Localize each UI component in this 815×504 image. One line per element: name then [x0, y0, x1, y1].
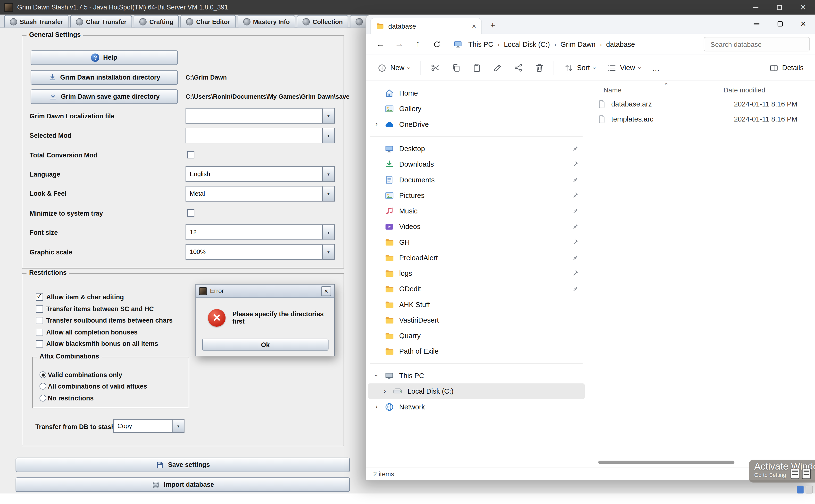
- sidebar-item-onedrive[interactable]: OneDrive: [368, 116, 585, 132]
- tab-collection[interactable]: Collection: [297, 15, 348, 27]
- transfer-db-dropdown[interactable]: Copy: [113, 419, 184, 433]
- more-options-button[interactable]: …: [647, 59, 665, 77]
- transfer-soulbound-checkbox[interactable]: [36, 317, 43, 324]
- blacksmith-bonus-checkbox[interactable]: [36, 340, 43, 348]
- dropdown-arrow-icon[interactable]: [322, 128, 334, 143]
- pin-icon[interactable]: [571, 207, 579, 214]
- search-box[interactable]: [704, 37, 810, 51]
- completion-bonuses-checkbox[interactable]: [36, 329, 43, 336]
- selected-mod-dropdown[interactable]: [186, 128, 335, 143]
- error-dialog-titlebar[interactable]: Error: [196, 285, 334, 298]
- pin-icon[interactable]: [571, 254, 579, 261]
- font-size-dropdown[interactable]: 12: [186, 224, 335, 240]
- share-button[interactable]: [509, 59, 528, 77]
- breadcrumb-grim-dawn[interactable]: Grim Dawn: [557, 38, 599, 50]
- explorer-titlebar[interactable]: database: [366, 15, 815, 34]
- save-settings-button[interactable]: Save settings: [16, 458, 350, 472]
- file-row-database-arz[interactable]: database.arz 2024-01-11 8:16 PM: [587, 97, 815, 112]
- sidebar-item-gh[interactable]: GH: [368, 234, 585, 250]
- dropdown-arrow-icon[interactable]: [172, 420, 184, 432]
- dropdown-arrow-icon[interactable]: [322, 109, 334, 123]
- tab-close-icon[interactable]: [472, 21, 476, 31]
- save-dir-button[interactable]: Grim Dawn save game directory: [31, 89, 178, 104]
- graphic-scale-dropdown[interactable]: 100%: [186, 244, 335, 260]
- close-button[interactable]: [791, 0, 815, 15]
- pin-icon[interactable]: [571, 145, 579, 152]
- sidebar-item-network[interactable]: Network: [368, 399, 585, 415]
- allow-item-editing-checkbox[interactable]: [36, 293, 43, 301]
- pin-icon[interactable]: [571, 269, 579, 277]
- dropdown-arrow-icon[interactable]: [322, 245, 334, 259]
- sidebar-item-downloads[interactable]: Downloads: [368, 156, 585, 172]
- back-button[interactable]: [371, 35, 390, 53]
- breadcrumb-this-pc[interactable]: This PC: [465, 38, 497, 50]
- dropdown-arrow-icon[interactable]: [322, 167, 334, 181]
- sidebar-item-documents[interactable]: Documents: [368, 172, 585, 187]
- sidebar-item-local-disk-c[interactable]: Local Disk (C:): [368, 383, 585, 399]
- file-row-templates-arc[interactable]: templates.arc 2024-01-11 8:16 PM: [587, 112, 815, 127]
- forward-button[interactable]: [390, 35, 409, 53]
- sidebar-item-gallery[interactable]: Gallery: [368, 101, 585, 116]
- sidebar-item-ahk-stuff[interactable]: AHK Stuff: [368, 297, 585, 312]
- sidebar-item-preloadalert[interactable]: PreloadAlert: [368, 250, 585, 265]
- pin-icon[interactable]: [571, 223, 579, 230]
- pin-icon[interactable]: [571, 238, 579, 246]
- cut-button[interactable]: [425, 59, 445, 77]
- column-header-date-modified[interactable]: Date modified: [724, 86, 765, 94]
- sort-button[interactable]: Sort: [559, 59, 601, 76]
- valid-combinations-radio[interactable]: [40, 371, 46, 378]
- all-combinations-radio[interactable]: [40, 383, 46, 390]
- transfer-sc-hc-checkbox[interactable]: [36, 305, 43, 313]
- column-header-name[interactable]: Name: [587, 86, 724, 94]
- minimize-tray-checkbox[interactable]: [187, 209, 194, 217]
- sidebar-item-logs[interactable]: logs: [368, 265, 585, 281]
- install-dir-button[interactable]: Grim Dawn installation directory: [31, 70, 178, 85]
- sidebar-item-this-pc[interactable]: This PC: [368, 368, 585, 383]
- chevron-right-icon[interactable]: [372, 403, 381, 410]
- sidebar-item-home[interactable]: Home: [368, 85, 585, 101]
- tab-char-editor[interactable]: Char Editor: [180, 15, 236, 27]
- horizontal-scrollbar[interactable]: [598, 461, 734, 464]
- breadcrumb-local-disk[interactable]: Local Disk (C:): [500, 38, 554, 50]
- sidebar-item-path-of-exile[interactable]: Path of Exile: [368, 343, 585, 359]
- up-button[interactable]: [409, 35, 427, 53]
- sidebar-item-vastiridesert[interactable]: VastiriDesert: [368, 312, 585, 328]
- ok-button[interactable]: Ok: [202, 339, 328, 350]
- help-button[interactable]: Help: [31, 50, 178, 65]
- pin-icon[interactable]: [571, 161, 579, 168]
- details-button[interactable]: Details: [764, 59, 809, 76]
- tab-char-transfer[interactable]: Char Transfer: [70, 15, 132, 27]
- new-button[interactable]: New: [372, 59, 415, 76]
- new-tab-button[interactable]: [486, 19, 500, 32]
- explorer-tab-database[interactable]: database: [370, 18, 482, 34]
- tab-mastery-info[interactable]: Mastery Info: [237, 15, 295, 27]
- refresh-button[interactable]: [427, 35, 446, 53]
- delete-button[interactable]: [529, 59, 549, 77]
- breadcrumb-database[interactable]: database: [602, 38, 639, 50]
- paste-button[interactable]: [467, 59, 487, 77]
- sidebar-item-pictures[interactable]: Pictures: [368, 187, 585, 203]
- rename-button[interactable]: [488, 59, 507, 77]
- sidebar-item-gdedit[interactable]: GDedit: [368, 281, 585, 297]
- look-feel-dropdown[interactable]: Metal: [186, 186, 335, 202]
- tab-crafting[interactable]: Crafting: [134, 15, 179, 27]
- total-conversion-checkbox[interactable]: [187, 151, 194, 158]
- tab-stash-transfer[interactable]: Stash Transfer: [4, 15, 69, 27]
- chevron-down-icon[interactable]: [372, 372, 381, 379]
- pin-icon[interactable]: [571, 176, 579, 183]
- no-restrictions-radio[interactable]: [40, 395, 46, 402]
- pin-icon[interactable]: [571, 285, 579, 293]
- explorer-close-button[interactable]: [792, 15, 815, 33]
- copy-button[interactable]: [446, 59, 466, 77]
- language-dropdown[interactable]: English: [186, 166, 335, 182]
- maximize-button[interactable]: [767, 0, 791, 15]
- dialog-close-button[interactable]: [321, 286, 331, 296]
- minimize-button[interactable]: [743, 0, 767, 15]
- dropdown-arrow-icon[interactable]: [322, 187, 334, 201]
- sidebar-item-quarry[interactable]: Quarry: [368, 328, 585, 343]
- view-button[interactable]: View: [602, 59, 646, 76]
- explorer-maximize-button[interactable]: [768, 15, 791, 33]
- sidebar-item-music[interactable]: Music: [368, 203, 585, 219]
- chevron-right-icon[interactable]: [380, 388, 389, 395]
- sidebar-item-desktop[interactable]: Desktop: [368, 141, 585, 156]
